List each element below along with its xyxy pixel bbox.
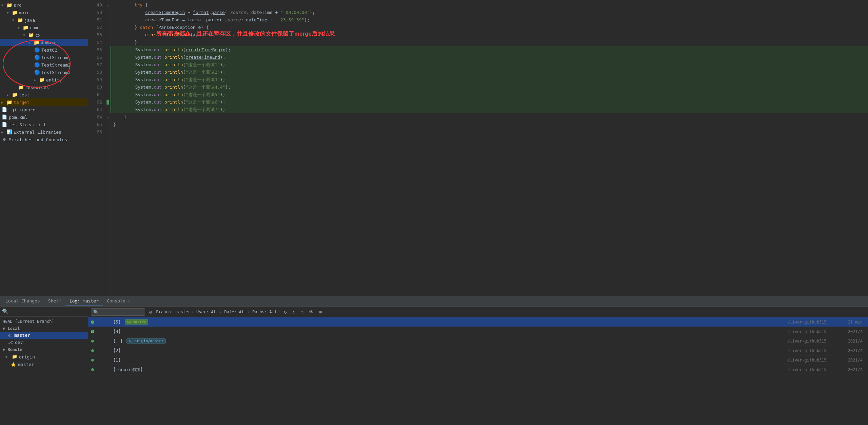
tree-arrow: ▶: [1, 130, 6, 134]
tree-label: resources: [25, 85, 49, 90]
git-log-row-dot[interactable]: 【。】 🏷 origin/master oliver-github315 202…: [88, 336, 868, 346]
commit-message: 【5】: [111, 319, 123, 325]
git-fetch-btn[interactable]: ↑: [291, 309, 296, 315]
git-filter-branch[interactable]: Branch: master ▾: [156, 310, 194, 314]
gutter-51: [105, 16, 111, 24]
git-log-row-1[interactable]: 【1】 oliver-github315 2021/4: [88, 355, 868, 365]
code-line-59: System.out.println("这是一个测试3");: [111, 76, 868, 84]
line-num-66: 66: [88, 128, 102, 136]
chevron-down-icon: ▾: [248, 310, 250, 314]
sidebar-item-iml[interactable]: 📄 testStream.iml: [0, 121, 88, 128]
branch-name: master: [18, 362, 34, 367]
git-date: 2021/4: [838, 358, 865, 363]
line-num-60: 60: [88, 84, 102, 91]
graph-line: [92, 330, 93, 333]
git-branch-btn[interactable]: ⊞: [318, 309, 323, 315]
git-settings-btn[interactable]: ⚙: [148, 309, 153, 315]
folder-icon: 📁: [17, 17, 23, 23]
code-line-65: }: [111, 121, 868, 128]
graph-line: [92, 320, 93, 324]
sidebar-item-test02[interactable]: 🔵 Test02: [0, 46, 88, 54]
sidebar-item-resources[interactable]: 📁 resources: [0, 84, 88, 91]
sidebar-item-gitignore[interactable]: 📄 .gitignore: [0, 106, 88, 113]
tab-label: Shelf: [48, 298, 61, 303]
gutter-52: [105, 24, 111, 31]
tab-shelf[interactable]: Shelf: [44, 296, 65, 306]
git-graph-col: [91, 359, 111, 362]
sidebar-item-cx[interactable]: ▼ 📁 cx: [0, 31, 88, 39]
sidebar-item-teststream[interactable]: 🔵 TestStream: [0, 54, 88, 61]
git-log-row-5[interactable]: 【5】 🏷 master oliver-github315 21 min: [88, 317, 868, 327]
line-num-53: 53: [88, 31, 102, 39]
sidebar-item-entity[interactable]: ▶ 📁 entity: [0, 76, 88, 84]
folder-icon: 📁: [28, 32, 34, 38]
sidebar-item-pomxml[interactable]: 📄 pom.xml: [0, 113, 88, 121]
gutter-61: [105, 91, 111, 98]
tab-console[interactable]: Console ✕: [103, 296, 134, 306]
tree-label: External Libraries: [14, 130, 61, 135]
line-num-49: 49: [88, 1, 102, 9]
git-pull-btn[interactable]: ↕: [299, 309, 304, 315]
tree-label: Scratches and Consoles: [9, 137, 67, 142]
line-num-54: 54: [88, 39, 102, 46]
sidebar-item-com[interactable]: ▼ 📁 com: [0, 24, 88, 31]
tree-arrow: ▼: [12, 18, 17, 22]
code-line-55: System.out.println(createTimeBegin);: [111, 46, 868, 54]
code-editor: 所有更改都在，且还在暂存区，并且修改的文件保留了merge后的结果 49 50 …: [88, 0, 868, 296]
git-graph-col: [91, 368, 111, 371]
tab-close-icon[interactable]: ✕: [127, 299, 130, 303]
code-line-50: createTimeBegin = format.parse( source: …: [111, 9, 868, 16]
git-author: oliver-github315: [787, 358, 838, 363]
tab-log-master[interactable]: Log: master: [65, 296, 103, 306]
branch-origin-master[interactable]: ⭐ master: [0, 361, 88, 368]
git-log-row-4[interactable]: 【4】 oliver-github315 2021/4: [88, 327, 868, 336]
chevron-down-icon: ▾: [220, 310, 221, 314]
git-author: oliver-github315: [787, 329, 838, 334]
tree-label: main: [19, 10, 29, 15]
code-line-58: System.out.println("这是一个测试2");: [111, 69, 868, 76]
git-graph-col: [91, 340, 111, 343]
branch-master[interactable]: 🏷 master: [0, 332, 88, 339]
git-author: oliver-github315: [787, 339, 838, 344]
sidebar-item-extlibs[interactable]: ▶ 📊 External Libraries: [0, 128, 88, 136]
sidebar-item-test[interactable]: ▶ 📁 test: [0, 91, 88, 98]
sidebar-item-src[interactable]: ▼ 📁 src: [0, 1, 88, 9]
tab-local-changes[interactable]: Local Changes: [1, 296, 44, 306]
folder-icon: 📁: [12, 92, 18, 98]
class-icon: 🔵: [34, 69, 40, 75]
branch-dev[interactable]: ⎇ dev: [0, 339, 88, 346]
tag-icon: 🏷: [8, 333, 12, 338]
git-log-row-ignore[interactable]: 【ignore添加】 oliver-github315 2021/4: [88, 365, 868, 374]
sidebar-item-java[interactable]: ▼ 📁 java: [0, 16, 88, 24]
code-line-66: [111, 128, 868, 136]
sidebar-item-domain[interactable]: ▼ 📁 domain: [0, 39, 88, 46]
bottom-left-toolbar: 🔍: [0, 307, 88, 317]
tree-arrow: ▼: [23, 33, 28, 37]
git-log-row-2[interactable]: 【2】 oliver-github315 2021/4: [88, 346, 868, 355]
tree-label: Test02: [41, 48, 57, 53]
gutter: ◇ █ ◇: [105, 0, 111, 296]
git-search-box[interactable]: 🔍: [91, 308, 145, 316]
sidebar-item-teststream2[interactable]: 🔵 TestStream2: [0, 61, 88, 69]
tab-label: Log: master: [70, 298, 99, 303]
sidebar-item-main[interactable]: ▼ 📁 main: [0, 9, 88, 16]
branch-origin[interactable]: ▼ 📁 origin: [0, 353, 88, 361]
sidebar-item-scratches[interactable]: ⚙️ Scratches and Consoles: [0, 136, 88, 143]
git-filter-user[interactable]: User: All ▾: [196, 310, 221, 314]
sidebar-item-target[interactable]: ▶ 📁 target: [0, 98, 88, 106]
git-refresh-btn[interactable]: ↻: [283, 309, 288, 315]
git-author: oliver-github315: [787, 348, 838, 353]
sidebar-item-teststream3[interactable]: 🔵 TestStream3: [0, 69, 88, 76]
git-message-col: 【2】: [111, 348, 787, 354]
bottom-tabs: Local Changes Shelf Log: master Console …: [0, 296, 868, 307]
git-filter-paths[interactable]: Paths: All ▾: [252, 310, 280, 314]
code-content[interactable]: try { createTimeBegin = format.parse( so…: [111, 0, 868, 296]
git-eye-btn[interactable]: 👁: [308, 309, 315, 315]
gutter-64: ◇: [105, 113, 111, 121]
tree-label: testStream.iml: [9, 122, 46, 127]
tree-label: TestStream2: [41, 62, 71, 68]
git-filter-date[interactable]: Date: All ▾: [224, 310, 249, 314]
tree-label: cx: [35, 33, 41, 38]
gutter-55: [105, 46, 111, 54]
tab-label: Local Changes: [5, 298, 40, 303]
